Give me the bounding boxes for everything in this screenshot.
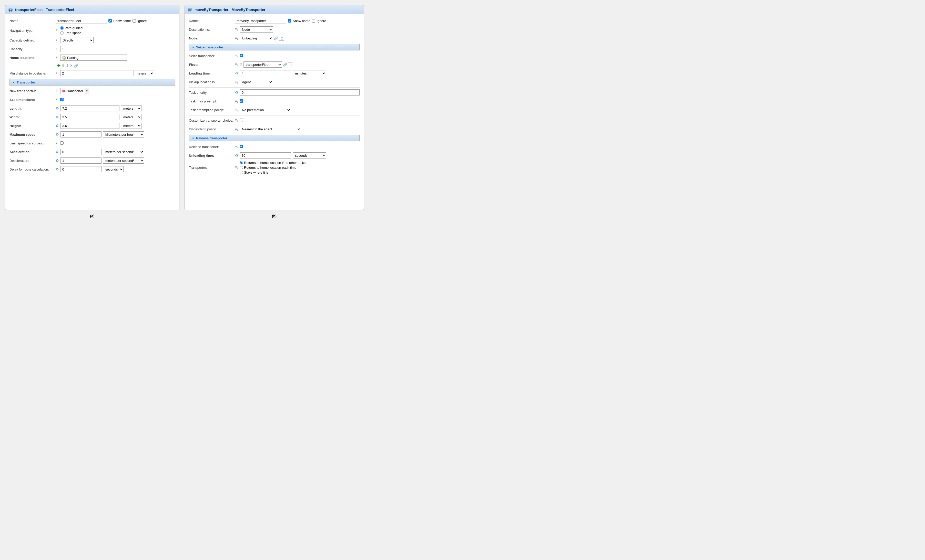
dispatch-eq-icon[interactable]: ≡↓ [235, 127, 238, 131]
delete-home-loc-icon[interactable]: ✕ [70, 63, 73, 68]
max-speed-input[interactable] [60, 131, 101, 138]
nav-type-eq-icon[interactable]: ≡↓ [56, 29, 59, 33]
task-preempt-eq-icon[interactable]: ≡↓ [235, 99, 238, 103]
width-label: Width: [9, 115, 56, 119]
fleet-nav-icon[interactable]: 🔗 [283, 63, 287, 66]
nav-free-space-label: Free space [65, 31, 81, 35]
returns-home-no-other-radio[interactable] [240, 161, 243, 164]
task-priority-row: Task priority: ♻ [189, 89, 360, 96]
length-input[interactable] [60, 105, 119, 111]
b-show-name-checkbox[interactable] [288, 19, 291, 23]
new-transporter-dropdown-btn[interactable]: ▾ [85, 88, 89, 94]
set-dim-eq-icon[interactable]: ≡↓ [56, 98, 59, 102]
fleet-select-icon[interactable]: ⬚ [288, 62, 293, 67]
max-speed-unit-select[interactable]: kilometers per hour [103, 131, 144, 138]
limit-speed-checkbox[interactable] [60, 141, 63, 145]
move-up-icon[interactable]: ⇧ [62, 63, 65, 68]
svg-point-1 [9, 11, 10, 12]
show-name-checkbox[interactable] [108, 19, 112, 23]
customize-eq-icon[interactable]: ≡↓ [235, 118, 238, 122]
decel-recycle-icon[interactable]: ♻ [56, 159, 59, 162]
nav-free-space-radio[interactable] [60, 31, 63, 35]
delay-recycle-icon[interactable]: ♻ [56, 167, 59, 171]
seize-section-title: Seize transporter [196, 45, 223, 49]
node-select-icon[interactable]: ⬚ [279, 36, 284, 41]
task-priority-input[interactable] [240, 89, 360, 96]
fleet-eq-icon[interactable]: ≡↓ [235, 63, 238, 66]
release-section-toggle[interactable]: ▼ [192, 137, 194, 140]
capacity-defined-select[interactable]: Directly [60, 37, 93, 43]
length-unit-select[interactable]: meters [121, 105, 142, 111]
seize-eq-icon[interactable]: ≡↓ [235, 54, 238, 58]
task-may-preempt-checkbox[interactable] [240, 99, 243, 103]
move-down-icon[interactable]: ⇩ [66, 63, 69, 68]
min-dist-eq-icon[interactable]: ≡↓ [56, 71, 59, 75]
capacity-defined-eq-icon[interactable]: ≡↓ [56, 38, 59, 42]
nav-path-guided-radio[interactable] [60, 26, 63, 30]
acceleration-input[interactable] [60, 149, 101, 155]
set-dimensions-checkbox[interactable] [60, 98, 63, 101]
new-transporter-eq-icon[interactable]: ≡↓ [56, 89, 59, 93]
task-priority-recycle-icon[interactable]: ♻ [235, 90, 238, 95]
stays-where-radio[interactable] [240, 171, 243, 174]
returns-home-each-radio[interactable] [240, 166, 243, 169]
delay-input[interactable] [60, 166, 101, 172]
width-recycle-icon[interactable]: ♻ [56, 115, 59, 119]
transporter-section-toggle[interactable]: ▼ [12, 81, 15, 84]
transporter-return-eq-icon[interactable]: ≡↓ [235, 165, 238, 170]
task-may-preempt-label: Task may preempt: [189, 99, 235, 103]
panel-b: moveByTransporter - MoveByTransporter Na… [185, 5, 364, 210]
limit-speed-eq-icon[interactable]: ≡↓ [56, 141, 59, 145]
deceleration-unit-select[interactable]: meters per second² [103, 158, 144, 164]
node-select[interactable]: Unloading [240, 35, 273, 41]
node-eq-icon[interactable]: ≡↓ [235, 36, 238, 40]
capacity-eq-icon[interactable]: ≡↓ [56, 47, 59, 51]
max-speed-recycle-icon[interactable]: ♻ [56, 132, 59, 137]
loading-recycle-icon[interactable]: ♻ [235, 71, 238, 75]
accel-recycle-icon[interactable]: ♻ [56, 150, 59, 154]
height-row: Height: ♻ meters [9, 122, 175, 129]
name-input[interactable] [56, 18, 107, 24]
capacity-input[interactable] [60, 46, 175, 52]
unloading-time-input[interactable] [240, 152, 291, 159]
loading-time-unit-select[interactable]: minutes seconds hours [293, 70, 326, 76]
unloading-time-unit-select[interactable]: seconds minutes hours [293, 152, 326, 159]
loading-time-input[interactable] [240, 70, 291, 76]
seize-transporter-checkbox[interactable] [240, 54, 243, 57]
pickup-location-select[interactable]: Agent [240, 79, 273, 85]
add-home-loc-button[interactable]: ✚ [57, 63, 60, 68]
destination-select[interactable]: Node [240, 26, 273, 33]
height-recycle-icon[interactable]: ♻ [56, 124, 59, 128]
home-locations-row: Home locations: ≡↓ 🏠 Parking [9, 54, 175, 61]
min-distance-unit-select[interactable]: meters [134, 70, 154, 76]
dest-eq-icon[interactable]: ≡↓ [235, 27, 238, 32]
customize-transporter-checkbox[interactable] [240, 119, 243, 122]
nav-home-loc-icon[interactable]: 🔗 [74, 63, 78, 68]
home-loc-eq-icon[interactable]: ≡↓ [56, 56, 59, 60]
length-recycle-icon[interactable]: ♻ [56, 106, 59, 110]
pickup-eq-icon[interactable]: ≡↓ [235, 80, 238, 84]
preempt-policy-eq-icon[interactable]: ≡↓ [235, 108, 238, 112]
length-label: Length: [9, 107, 56, 110]
ignore-checkbox[interactable] [133, 19, 136, 23]
width-input[interactable] [60, 114, 119, 120]
height-input[interactable] [60, 123, 119, 129]
acceleration-unit-select[interactable]: meters per second² [103, 149, 144, 155]
release-eq-icon[interactable]: ≡↓ [235, 145, 238, 149]
height-unit-select[interactable]: meters [121, 123, 142, 129]
delay-unit-select[interactable]: seconds [103, 166, 124, 172]
release-transporter-checkbox[interactable] [240, 145, 243, 148]
fleet-select[interactable]: transporterFleet [244, 62, 282, 68]
unloading-recycle-icon[interactable]: ♻ [235, 153, 238, 158]
b-ignore-checkbox[interactable] [312, 19, 315, 23]
min-distance-input[interactable] [60, 70, 132, 76]
nav-type-row: Navigation type: ≡↓ Path-guided Free spa… [9, 26, 175, 35]
deceleration-input[interactable] [60, 158, 101, 164]
task-preemption-policy-select[interactable]: No preemption [240, 107, 291, 113]
node-nav-icon[interactable]: 🔗 [274, 36, 278, 40]
width-unit-select[interactable]: meters [121, 114, 142, 120]
seize-section-toggle[interactable]: ▼ [192, 46, 194, 49]
task-may-preempt-row: Task may preempt: ≡↓ [189, 98, 360, 105]
dispatching-policy-select[interactable]: Nearest to the agent [240, 126, 301, 132]
b-name-input[interactable] [235, 18, 286, 24]
